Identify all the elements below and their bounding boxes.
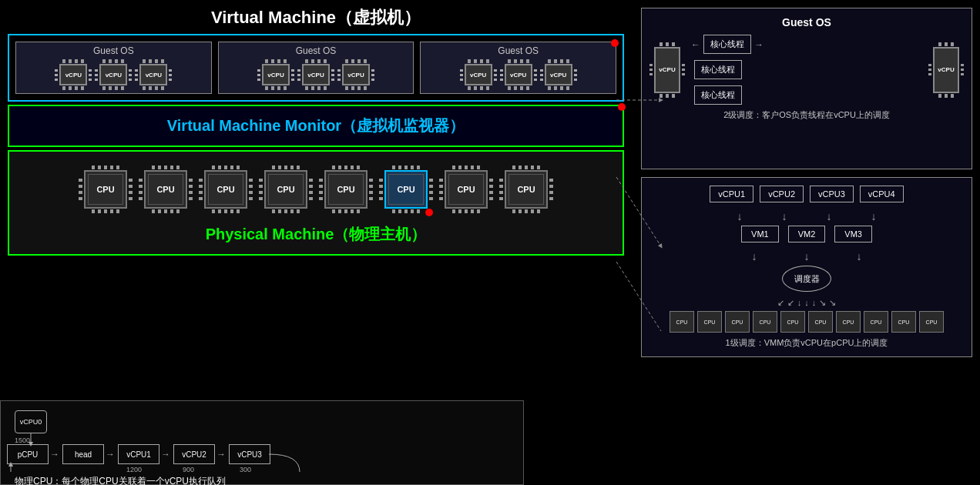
cpu-chip-3: CPU (199, 166, 253, 213)
vcpu-row-1: vCPU vCPU (22, 59, 205, 90)
small-cpu-6: CPU (808, 311, 833, 333)
cpu-chip-8: CPU (499, 166, 553, 213)
cpu-chip-7: CPU (439, 166, 493, 213)
vcpu2-node: vCPU2 (760, 186, 804, 202)
vcpu-chip-1-1: vCPU (55, 59, 92, 90)
guest-os-label-2: Guest OS (225, 45, 408, 56)
arrows-to-vm: ↓ ↓ ↓ ↓ (649, 210, 964, 222)
small-cpu-10: CPU (919, 311, 944, 333)
arrows-to-sched: ↓ ↓ ↓ (649, 250, 964, 263)
vmm-title: Virtual Machine Monitor（虚拟机监视器） (18, 115, 613, 136)
guest-os-box-3: Guest OS vCPU (420, 42, 616, 94)
arrow-1: → (50, 449, 59, 460)
sched-caption-top: 2级调度：客户OS负责线程在vCPU上的调度 (649, 109, 964, 121)
vm-title: Virtual Machine（虚拟机） (0, 0, 632, 34)
thread-row-2: 核心线程 (691, 60, 922, 79)
small-cpu-1: CPU (670, 311, 694, 333)
thread-box-2: 核心线程 (694, 60, 742, 79)
guest-os-box-1: Guest OS vCPU (15, 42, 212, 94)
cpu-chip-4: CPU (259, 166, 313, 213)
sched2-caption: 1级调度：VMM负责vCPU在pCPU上的调度 (649, 337, 964, 349)
cpu-chip-1: CPU (79, 166, 133, 213)
cpu-chip-2: CPU (139, 166, 193, 213)
pm-outer-box: CPU CPU CPU (8, 150, 624, 256)
cpu-chip-5: CPU (319, 166, 373, 213)
threads-section: ← 核心线程 → 核心线程 核心线程 (691, 35, 922, 105)
pm-label: Physical Machine（物理主机） (15, 221, 616, 248)
small-cpu-3: CPU (725, 311, 750, 333)
red-dot-1 (611, 39, 619, 47)
vcpu-label: vCPU (59, 64, 87, 85)
guest-os-row: Guest OS vCPU (15, 42, 616, 94)
vcpu0-node: vCPU0 (15, 410, 47, 433)
vcpu-left-chip: vCPU (649, 42, 685, 98)
vcpu-label: vCPU (139, 64, 167, 85)
vcpu-right-chip: vCPU (928, 42, 964, 98)
vcpu-chip-3-2: vCPU (500, 59, 537, 90)
vm-outer-box: Guest OS vCPU (8, 34, 624, 102)
vm2-node: VM2 (788, 226, 826, 242)
right-panel: Guest OS vCPU ← 核心线程 → (633, 0, 980, 485)
vcpu1-queue-node: vCPU1 (118, 444, 159, 464)
vm-nodes-row: VM1 VM2 VM3 (649, 226, 964, 242)
vcpu-chip-1-2: vCPU (95, 59, 132, 90)
num900: 900 (183, 466, 194, 473)
vm1-node: VM1 (741, 226, 779, 242)
vcpu4-node: vCPU4 (860, 186, 904, 202)
vcpu-row-2: vCPU vCPU (225, 59, 408, 90)
vmm-box: Virtual Machine Monitor（虚拟机监视器） (8, 105, 624, 147)
thread-row-3: 核心线程 (691, 85, 922, 105)
thread-box-1: 核心线程 (703, 35, 751, 54)
arrow-3: → (161, 449, 170, 460)
vcpu-chip-2-1: vCPU (257, 59, 294, 90)
vcpu-chip-3-3: vCPU (540, 59, 577, 90)
small-cpu-9: CPU (891, 311, 916, 333)
vcpu-chip-2-2: vCPU (297, 59, 334, 90)
vcpu-label: vCPU (99, 64, 127, 85)
vcpu-sched-box: vCPU1 vCPU2 vCPU3 vCPU4 ↓ ↓ ↓ ↓ VM1 VM2 … (641, 177, 972, 357)
small-cpu-7: CPU (836, 311, 861, 333)
vcpu-chip-1-3: vCPU (135, 59, 172, 90)
bottom-section: vCPU0 1500 pCPU → head → vCPU1 1200 → (0, 400, 524, 485)
vm3-node: VM3 (834, 226, 872, 242)
guest-os-label-1: Guest OS (22, 45, 205, 56)
cpu-chip-6: CPU (379, 166, 433, 213)
vcpu2-queue-node: vCPU2 (173, 444, 215, 464)
cpu-row: CPU CPU CPU (15, 158, 616, 221)
vcpu-nodes-row: vCPU1 vCPU2 vCPU3 vCPU4 (649, 186, 964, 202)
bottom-caption: 物理CPU：每个物理CPU关联着一个vCPU执行队列 (7, 475, 517, 485)
cpu-chips-row-bottom: CPU CPU CPU CPU CPU CPU CPU CPU CPU CPU (649, 311, 964, 333)
thread-box-3: 核心线程 (694, 85, 742, 105)
small-cpu-8: CPU (864, 311, 888, 333)
red-dot-2 (618, 103, 626, 111)
red-dot-3 (425, 209, 433, 216)
num1500: 1500 (15, 436, 30, 444)
vcpu1-node: vCPU1 (710, 186, 753, 202)
vcpu-row-3: vCPU vCPU (427, 59, 609, 90)
gos-sched-box: Guest OS vCPU ← 核心线程 → (641, 8, 972, 169)
num300: 300 (240, 466, 251, 473)
vcpu-chip-2-3: vCPU (337, 59, 374, 90)
vcpu3-node: vCPU3 (810, 186, 854, 202)
thread-section: vCPU ← 核心线程 → 核心线程 核心线 (649, 35, 964, 105)
queue-diagram-container: vCPU0 1500 pCPU → head → vCPU1 1200 → (7, 410, 517, 472)
num1200: 1200 (126, 466, 142, 473)
scheduler-node: 调度器 (782, 266, 831, 292)
small-cpu-5: CPU (780, 311, 805, 333)
small-cpu-4: CPU (753, 311, 777, 333)
thread-row-1: ← 核心线程 → (691, 35, 922, 54)
arrow-2: → (106, 449, 115, 460)
guest-os-box-2: Guest OS vCPU (218, 42, 414, 94)
gos-title: Guest OS (649, 16, 964, 28)
left-panel: Virtual Machine（虚拟机） Guest OS vCPU (0, 0, 632, 485)
arrow-4: → (216, 449, 226, 460)
vcpu3-queue-node: vCPU3 (229, 444, 270, 464)
vcpu-chip-3-1: vCPU (460, 59, 497, 90)
pcpu-node: pCPU (7, 444, 49, 464)
head-node: head (62, 444, 104, 464)
guest-os-label-3: Guest OS (427, 45, 609, 56)
arrows-to-cpus: ↙ ↙ ↓ ↓ ↓ ↘ ↘ (649, 298, 964, 308)
small-cpu-2: CPU (697, 311, 722, 333)
